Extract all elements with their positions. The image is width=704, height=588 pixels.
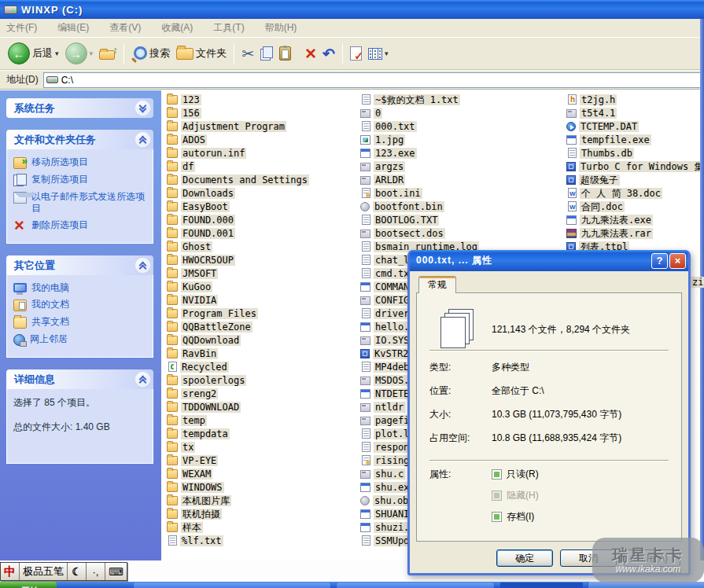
file-item[interactable]: 1.jpg xyxy=(360,133,566,146)
file-item[interactable]: EasyBoot xyxy=(167,200,360,213)
file-item[interactable]: Adjustment Program xyxy=(167,119,360,133)
ime-keyboard-icon[interactable]: ⌨ xyxy=(105,563,127,580)
file-item[interactable]: bootsect.dos xyxy=(360,226,566,240)
taskbar-task-button[interactable] xyxy=(337,582,494,588)
file-item[interactable]: Downloads xyxy=(167,186,360,200)
menu-item[interactable]: 收藏(A) xyxy=(161,21,193,35)
dialog-titlebar[interactable]: 000.txt, ... 属性 ? × xyxy=(410,250,688,271)
attribute-checkbox-row[interactable]: 只读(R) xyxy=(492,468,539,481)
file-item[interactable]: tempfile.exe xyxy=(566,133,704,146)
file-item[interactable]: Documents and Settings xyxy=(167,173,360,186)
system-tray[interactable] xyxy=(588,582,704,588)
file-item[interactable]: QQBattleZone xyxy=(167,320,360,333)
paste-button[interactable] xyxy=(276,45,294,62)
sidebar-task-link[interactable]: 复制所选项目 xyxy=(13,174,148,186)
file-item[interactable]: Turbo C for Windows 集成实验 xyxy=(566,160,704,173)
menu-item[interactable]: 文件(F) xyxy=(6,21,37,35)
file-item[interactable]: Ghost xyxy=(167,240,360,253)
file-item[interactable]: 联机拍摄 xyxy=(167,507,360,520)
file-item[interactable]: temp xyxy=(167,413,360,427)
file-item[interactable]: 九九乘法表.exe xyxy=(566,213,704,226)
tab-general[interactable]: 常规 xyxy=(418,276,456,293)
file-item[interactable]: 0 xyxy=(360,106,566,119)
file-item[interactable]: 九九乘法表.rar xyxy=(566,226,704,240)
sidebar-task-link[interactable]: 以电子邮件形式发送所选项目 xyxy=(13,191,148,215)
file-item[interactable]: 个 人 简 38.doc xyxy=(566,186,704,200)
file-item[interactable]: tx xyxy=(167,440,360,454)
details-header[interactable]: 详细信息 xyxy=(6,369,153,389)
file-item[interactable]: VP-EYE xyxy=(167,454,360,467)
file-item[interactable]: TDDOWNLOAD xyxy=(167,400,360,413)
file-item[interactable]: ~$救的文档 1.txt xyxy=(360,93,566,106)
undo-button[interactable]: ↶ xyxy=(319,45,338,63)
ime-name-label[interactable]: 极品五笔 xyxy=(20,563,68,580)
file-item[interactable]: JMSOFT xyxy=(167,266,360,280)
chevron-up-icon[interactable] xyxy=(135,132,150,147)
delete-button[interactable]: × xyxy=(302,42,319,64)
file-item[interactable]: df xyxy=(167,160,360,173)
checkbox-icon[interactable] xyxy=(492,491,502,501)
address-box[interactable] xyxy=(43,72,702,88)
file-item[interactable]: bootfont.bin xyxy=(360,200,566,213)
file-item[interactable]: WEXAM xyxy=(167,467,360,480)
file-item[interactable]: tempdata xyxy=(167,427,360,440)
menu-item[interactable]: 工具(T) xyxy=(213,21,244,35)
ime-fullwidth-icon[interactable]: ☾ xyxy=(68,563,87,580)
forward-dropdown-icon[interactable]: ▾ xyxy=(90,50,94,57)
chevron-up-icon[interactable] xyxy=(135,258,150,273)
taskbar-task-button-active[interactable] xyxy=(500,582,583,588)
file-item[interactable]: KuGoo xyxy=(167,280,360,293)
file-item[interactable]: argzs xyxy=(360,160,566,173)
file-item[interactable]: BOOTLOG.TXT xyxy=(360,213,566,226)
file-item[interactable]: Program Files xyxy=(167,307,360,320)
back-dropdown-icon[interactable]: ▾ xyxy=(55,50,59,57)
file-item[interactable]: Thumbs.db xyxy=(566,146,704,160)
back-button[interactable]: ← 后退 ▾ xyxy=(5,41,62,66)
file-item[interactable]: t2jg.h xyxy=(566,93,704,106)
forward-button[interactable]: → ▾ xyxy=(62,41,97,66)
system-tasks-header[interactable]: 系统任务 xyxy=(6,98,153,118)
file-item[interactable]: 超级兔子 xyxy=(566,173,704,186)
copy-button[interactable] xyxy=(257,45,276,62)
chevron-down-icon[interactable] xyxy=(135,101,150,116)
ime-language-button[interactable]: 中 xyxy=(1,563,20,580)
file-item[interactable]: RavBin xyxy=(167,347,360,360)
file-item[interactable]: 123 xyxy=(167,93,360,106)
file-tasks-header[interactable]: 文件和文件夹任务 xyxy=(6,130,153,149)
search-button[interactable]: 搜索 xyxy=(128,44,173,63)
sidebar-place-link[interactable]: 共享文档 xyxy=(13,316,148,329)
file-item[interactable]: 合同.doc xyxy=(566,200,704,213)
file-item[interactable]: 本机图片库 xyxy=(167,494,360,507)
file-item[interactable]: autorun.inf xyxy=(167,146,360,160)
file-item[interactable]: WINDOWS xyxy=(167,480,360,494)
up-button[interactable]: ↑ xyxy=(96,46,120,61)
checkbox-icon[interactable] xyxy=(492,469,502,480)
file-item[interactable]: Recycled xyxy=(167,360,360,373)
file-item[interactable]: NVIDIA xyxy=(167,293,360,307)
window-titlebar[interactable]: WINXP (C:) xyxy=(0,0,704,19)
file-item[interactable]: 156 xyxy=(167,106,360,119)
menu-item[interactable]: 编辑(E) xyxy=(57,21,89,35)
file-item[interactable]: HWOCR5OUP xyxy=(167,253,360,266)
file-item[interactable]: sreng2 xyxy=(167,387,360,400)
checkbox-icon[interactable] xyxy=(492,512,502,522)
dialog-close-button[interactable]: × xyxy=(669,253,686,269)
file-item[interactable]: ARLDR xyxy=(360,173,566,186)
menu-item[interactable]: 查看(V) xyxy=(109,21,141,35)
sidebar-place-link[interactable]: 我的文档 xyxy=(13,299,148,311)
file-item[interactable]: FOUND.000 xyxy=(167,213,360,226)
sidebar-place-link[interactable]: 网上邻居 xyxy=(13,333,148,346)
sidebar-task-link[interactable]: 移动所选项目 xyxy=(13,156,148,169)
other-places-header[interactable]: 其它位置 xyxy=(6,255,153,275)
file-item[interactable]: FOUND.001 xyxy=(167,226,360,240)
file-item[interactable]: 123.exe xyxy=(360,146,566,160)
views-button[interactable]: ▾ xyxy=(365,46,392,61)
dialog-help-button[interactable]: ? xyxy=(651,253,668,269)
address-input[interactable] xyxy=(61,75,701,86)
file-item[interactable]: spoolerlogs xyxy=(167,373,360,387)
file-item[interactable]: t5t4.1 xyxy=(566,106,704,119)
attribute-checkbox-row[interactable]: 存档(I) xyxy=(492,510,539,524)
taskbar-task-button[interactable] xyxy=(134,582,330,588)
file-item[interactable]: ADOS xyxy=(167,133,360,146)
sidebar-place-link[interactable]: 我的电脑 xyxy=(13,282,148,294)
